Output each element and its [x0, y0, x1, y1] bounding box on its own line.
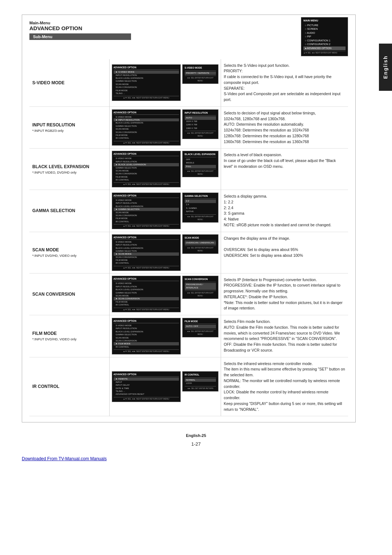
- left-screen-gamma-selection: ADVANCED OPTION S-VIDEO MODE INPUT RESOL…: [112, 193, 181, 229]
- footer-page-label: English-25: [186, 433, 206, 438]
- screens-container: ADVANCED OPTION S-VIDEO MODE INPUT RESOL…: [112, 234, 219, 271]
- ms-item: GAMMA SELECTION: [114, 125, 179, 127]
- ms-item: IR CONTROL: [114, 178, 179, 181]
- ms-footer: ▲▼ SEL ◄► NEXT ENTER RETURN EXIT MENU: [114, 224, 179, 228]
- ms-footer: ▲▼ SEL ◄► NEXT ENTER RETURN EXIT MENU: [114, 141, 179, 145]
- ms-item: FILM MODE: [114, 259, 179, 262]
- msr-item: 1024 X 768: [185, 120, 216, 123]
- desc-line: OVERSCAN: Set to display area about 95%: [224, 247, 346, 253]
- item-label: INPUT RESOLUTION: [32, 122, 75, 127]
- screens-container: ADVANCED OPTION S-VIDEO MODE INPUT RESOL…: [112, 276, 219, 312]
- screenshot-cell-s-video-mode: ADVANCED OPTION► S-VIDEO MODE INPUT RESO…: [109, 59, 221, 107]
- desc-line: AUTO: Determines the resolution automati…: [224, 122, 346, 127]
- ms-item: SCAN MODE: [114, 169, 179, 172]
- menu-table: S-VIDEO MODEADVANCED OPTION► S-VIDEO MOD…: [29, 59, 348, 417]
- download-link-text[interactable]: Downloaded From TV-Manual.com Manuals: [22, 456, 107, 461]
- desc-line: LOCK: Disable the monitor control by inf…: [224, 389, 346, 401]
- ms-item: IR CONTROL: [114, 137, 179, 139]
- msr-item: 2.2: [185, 199, 216, 203]
- right-screen-input-resolution: INPUT RESOLUTIONAUTO1024 X 7681280 X 768…: [182, 109, 219, 139]
- msr-footer: ◄► SEL ENTER RETURN EXIT MENU: [185, 291, 216, 297]
- desc-line: Selects a level of black expansion.: [224, 152, 346, 158]
- ms-item: ► REMOTE: [114, 377, 179, 380]
- ms-item: INPUT DELAY: [114, 384, 179, 386]
- item-label: SCAN MODE: [32, 247, 59, 252]
- mm-item-selected: ● ADVANCED OPTION: [303, 46, 346, 50]
- desc-line: 4: Native: [224, 216, 346, 222]
- desc-line: Selects the S-Video input port function.: [224, 63, 346, 69]
- ms-footer: ▲▼ SEL ◄► NEXT ENTER RETURN EXIT MENU: [114, 96, 179, 100]
- mm-item: ○ CONFIGURATION 1: [303, 39, 346, 43]
- ms-item: S-VIDEO MODE: [114, 282, 179, 285]
- ms-item: SCAN CONVERSION: [114, 214, 179, 217]
- msr-item: FULL: [185, 165, 216, 169]
- page-number: 1-27: [22, 441, 370, 447]
- main-menu-text: Main-Menu: [29, 21, 50, 25]
- ms-item: GAMMA SELECTION: [114, 166, 179, 169]
- desc-cell-scan-conversion: Selects IP (Interlace to Progressive) co…: [221, 273, 348, 315]
- advanced-option-title: ADVANCED OPTION: [29, 25, 348, 31]
- ms-item: SCAN MODE: [114, 336, 179, 339]
- msr-item: NORMAL: [185, 378, 216, 382]
- ms-item: ADVANCED OPTION RESET: [114, 393, 179, 396]
- ms-item: INPUT RESOLUTION: [114, 202, 179, 204]
- screens-container: ADVANCED OPTION► S-VIDEO MODE INPUT RESO…: [112, 64, 219, 101]
- msr-footer: ◄► SEL ENTER RETURN EXIT MENU: [185, 214, 216, 221]
- sub-menu-container: Sub-Menu: [29, 33, 348, 40]
- ms-item: BLACK LEVEL EXPANSION: [114, 330, 179, 333]
- left-screen-input-resolution: ADVANCED OPTION S-VIDEO MODE► INPUT RESO…: [112, 109, 181, 146]
- item-label: SCAN CONVERSION: [32, 292, 75, 297]
- msr-item: LOCK: [185, 382, 216, 385]
- desc-line: INTERLACE*: Disable the IP function.: [224, 294, 346, 300]
- right-screen-scan-conversion: SCAN CONVERSIONPROGRESSIVE / INTERLACE◄►…: [182, 276, 219, 299]
- item-label: IR CONTROL: [32, 384, 60, 389]
- ms-header: ADVANCED OPTION: [114, 194, 179, 198]
- ms-item: FILM MODE: [114, 300, 179, 303]
- ms-header: ADVANCED OPTION: [114, 319, 179, 323]
- main-menu-label: Main-Menu: [29, 21, 348, 25]
- menu-row-gamma-selection: GAMMA SELECTIONADVANCED OPTION S-VIDEO M…: [29, 190, 348, 232]
- ms-item: SCAN CONVERSION: [114, 86, 179, 89]
- desc-line: PROGRESSIVE: Enable the IP function, to …: [224, 283, 346, 294]
- sub-note: *:INPUT RGB2/3 only: [32, 129, 106, 133]
- desc-line: NOTE: sRGB picture mode is standard and …: [224, 222, 346, 228]
- right-screen-black-level-expansion: BLACK LEVEL EXPANSIONOFFMIDDLEFULL◄► SEL…: [182, 151, 219, 177]
- desc-line: S-Video port and Composite port are sele…: [224, 91, 346, 103]
- ms-item: SCAN CONVERSION: [114, 339, 179, 342]
- right-screen-film-mode: FILM MODEAUTO / OFF◄► SEL ENTER RETURN E…: [182, 318, 219, 337]
- ms-item: S-VIDEO MODE: [114, 116, 179, 118]
- ms-item: SCAN MODE: [114, 127, 179, 130]
- left-screen-scan-conversion: ADVANCED OPTION S-VIDEO MODE INPUT RESOL…: [112, 276, 181, 312]
- left-screen-film-mode: ADVANCED OPTION S-VIDEO MODE INPUT RESOL…: [112, 318, 181, 355]
- desc-line: Selects Film mode function.: [224, 319, 346, 325]
- ms-header: ADVANCED OPTION: [114, 152, 179, 156]
- download-link[interactable]: Downloaded From TV-Manual.com Manuals: [22, 456, 107, 461]
- desc-line: SEPARATE:: [224, 86, 346, 92]
- mm-footer: ▲▼ SEL ◄► NEXT ENTER EXIT MENU: [303, 51, 346, 54]
- ms-item: GAMMA SELECTION: [114, 333, 179, 336]
- ms-item: ► FILM MODE: [114, 342, 179, 345]
- screenshot-cell-input-resolution: ADVANCED OPTION S-VIDEO MODE► INPUT RESO…: [109, 106, 221, 149]
- ms-item: FILM MODE: [114, 175, 179, 178]
- ms-footer: ▲▼ SEL ◄► NEXT ENTER RETURN EXIT MENU: [114, 266, 179, 270]
- mm-title: MAIN MENU: [303, 19, 346, 23]
- ms-item: FILM MODE: [114, 89, 179, 92]
- ms-item: SCAN MODE: [114, 294, 179, 297]
- desc-line: OFF: Disable the Film mode function. Thi…: [224, 342, 346, 353]
- desc-cell-scan-mode: Changes the display area of the image.OV…: [221, 232, 348, 273]
- label-cell-black-level-expansion: BLACK LEVEL EXPANSION*:INPUT VIDEO, DVD/…: [29, 149, 109, 190]
- label-cell-gamma-selection: GAMMA SELECTION: [29, 190, 109, 232]
- language-label: English: [383, 56, 388, 79]
- sub-note: *:INPUT VIDEO, DVD/HD only: [32, 171, 106, 174]
- desc-line: 1024x768: Determines the resolution as 1…: [224, 127, 346, 133]
- desc-line: Selects to decision of input signal abou…: [224, 110, 346, 116]
- msr-footer: ◄► SEL ENTER RETURN EXIT MENU: [185, 131, 216, 137]
- desc-line: *Note: This mode is better suited for mo…: [224, 300, 346, 312]
- ms-item: BLACK LEVEL EXPANSION: [114, 205, 179, 208]
- ms-item: IR CONTROL: [114, 345, 179, 348]
- right-screen-gamma-selection: GAMMA SELECTION2.22.4S. GAMMANATIVE◄► SE…: [182, 193, 219, 223]
- mm-item: ○ PICTURE: [303, 24, 346, 28]
- ms-item: ► S-VIDEO MODE: [114, 70, 179, 73]
- item-label: BLACK LEVEL EXPANSION: [32, 164, 89, 169]
- msr-title: S-VIDEO MODE: [185, 66, 216, 70]
